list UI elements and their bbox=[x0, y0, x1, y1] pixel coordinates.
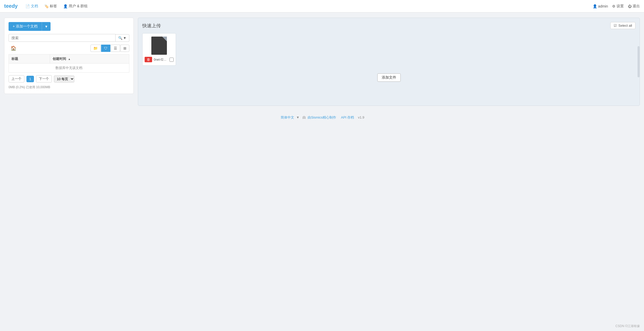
add-file-button[interactable]: 添加文件 bbox=[377, 73, 401, 82]
nav-item-users[interactable]: 👤 用户 & 群组 bbox=[61, 2, 90, 10]
add-document-dropdown-button[interactable]: ▼ bbox=[42, 22, 51, 31]
logout-label: 退出 bbox=[633, 4, 640, 9]
empty-message: 数据库中无该文档 bbox=[9, 64, 129, 73]
pagination-row: 上一个 1 下一个 10 每页 25 每页 50 每页 bbox=[9, 75, 129, 82]
file-thumbnail-icon bbox=[151, 37, 167, 55]
select-all-label: Select all bbox=[618, 24, 632, 27]
add-file-area: 添加文件 bbox=[142, 73, 635, 82]
scrollbar[interactable] bbox=[638, 46, 640, 77]
table-empty-row: 数据库中无该文档 bbox=[9, 64, 129, 73]
power-icon: ⏻ bbox=[628, 4, 632, 8]
document-icon: 📄 bbox=[25, 4, 30, 8]
brand-logo[interactable]: teedy bbox=[4, 3, 18, 9]
folder-view-button[interactable]: 📁 bbox=[90, 45, 101, 52]
nav-menu: 📄 文档 🏷️ 标签 👤 用户 & 群组 bbox=[23, 2, 593, 10]
search-dropdown-arrow: ▼ bbox=[123, 36, 126, 40]
admin-menu[interactable]: 👤 admin bbox=[593, 4, 608, 8]
left-panel: + 添加一个文档 ▼ 🔍 ▼ 🏠 📁 🛡 ☰ ⊞ bbox=[4, 18, 134, 94]
made-by-label: 由 bbox=[302, 115, 306, 119]
file-checkbox[interactable] bbox=[169, 58, 174, 62]
quick-upload-title: 快速上传 bbox=[142, 23, 161, 29]
made-by-link[interactable]: 由Sismics精心制作 bbox=[308, 115, 336, 119]
grid-view-button[interactable]: ⊞ bbox=[121, 45, 129, 52]
file-entry: 🗑 0net-f23118wg-202005-.4 bbox=[145, 57, 174, 62]
version-label: v1.9 bbox=[358, 115, 364, 119]
next-page-button[interactable]: 下一个 bbox=[36, 75, 52, 82]
nav-item-tags[interactable]: 🏷️ 标签 bbox=[42, 2, 60, 10]
navbar-right: 👤 admin ⚙ 设置 ⏻ 退出 bbox=[593, 4, 640, 9]
select-all-button[interactable]: ☑ Select all bbox=[610, 22, 635, 29]
list-view-button[interactable]: ☰ bbox=[111, 45, 120, 52]
add-doc-btn-group: + 添加一个文档 ▼ bbox=[9, 22, 129, 31]
col-title[interactable]: 标题 bbox=[9, 54, 50, 64]
tag-icon: 🏷️ bbox=[44, 4, 49, 8]
admin-person-icon: 👤 bbox=[593, 4, 597, 8]
right-panel-header: 快速上传 ☑ Select all bbox=[142, 22, 635, 29]
settings-gear-icon: ⚙ bbox=[612, 4, 615, 8]
navbar: teedy 📄 文档 🏷️ 标签 👤 用户 & 群组 👤 admin ⚙ 设置 … bbox=[0, 0, 644, 12]
toolbar-icons: 📁 🛡 ☰ ⊞ bbox=[90, 45, 129, 52]
home-button[interactable]: 🏠 bbox=[9, 44, 18, 52]
document-table: 标题 创建时间 ▲ 数据库中无该文档 bbox=[9, 54, 129, 73]
toolbar-row: 🏠 📁 🛡 ☰ ⊞ bbox=[9, 44, 129, 52]
search-input-wrap bbox=[9, 34, 116, 42]
main-container: + 添加一个文档 ▼ 🔍 ▼ 🏠 📁 🛡 ☰ ⊞ bbox=[0, 12, 644, 111]
search-icon: 🔍 bbox=[118, 36, 123, 40]
logout-menu[interactable]: ⏻ 退出 bbox=[628, 4, 640, 9]
search-input[interactable] bbox=[9, 34, 116, 42]
col-created[interactable]: 创建时间 ▲ bbox=[50, 54, 129, 64]
prev-page-button[interactable]: 上一个 bbox=[9, 75, 24, 82]
admin-label: admin bbox=[598, 4, 608, 8]
storage-info: 0MB (0.2%) 已使用 10,000MB bbox=[9, 85, 129, 89]
sort-icon: ▲ bbox=[68, 58, 71, 60]
nav-documents-label: 文档 bbox=[31, 4, 38, 9]
current-page-button[interactable]: 1 bbox=[26, 76, 34, 82]
settings-label: 设置 bbox=[617, 4, 624, 9]
add-document-button[interactable]: + 添加一个文档 bbox=[9, 22, 42, 31]
file-card: 🗑 0net-f23118wg-202005-.4 bbox=[142, 33, 176, 66]
nav-tags-label: 标签 bbox=[50, 4, 57, 9]
upload-files-area: 🗑 0net-f23118wg-202005-.4 bbox=[142, 33, 635, 66]
col-created-label: 创建时间 bbox=[53, 57, 66, 61]
per-page-select[interactable]: 10 每页 25 每页 50 每页 bbox=[54, 75, 74, 82]
nav-users-label: 用户 & 群组 bbox=[69, 4, 88, 9]
settings-menu[interactable]: ⚙ 设置 bbox=[612, 4, 624, 9]
footer: 简体中文 ▼ 由 由Sismics精心制作 API 存档 v1.9 bbox=[0, 111, 644, 124]
checkbox-icon: ☑ bbox=[614, 24, 617, 27]
file-delete-button[interactable]: 🗑 bbox=[145, 57, 152, 62]
language-selector[interactable]: 简体中文 bbox=[281, 115, 294, 119]
user-icon: 👤 bbox=[63, 4, 68, 8]
api-link[interactable]: API 存档 bbox=[341, 115, 354, 119]
file-name: 0net-f23118wg-202005-.4 bbox=[154, 58, 168, 61]
trash-icon: 🗑 bbox=[147, 58, 150, 61]
shield-view-button[interactable]: 🛡 bbox=[101, 45, 110, 52]
search-row: 🔍 ▼ bbox=[9, 34, 129, 42]
search-button[interactable]: 🔍 ▼ bbox=[116, 34, 129, 42]
right-panel: 快速上传 ☑ Select all 🗑 0net-f23118wg-202005… bbox=[138, 18, 640, 106]
nav-item-documents[interactable]: 📄 文档 bbox=[23, 2, 41, 10]
